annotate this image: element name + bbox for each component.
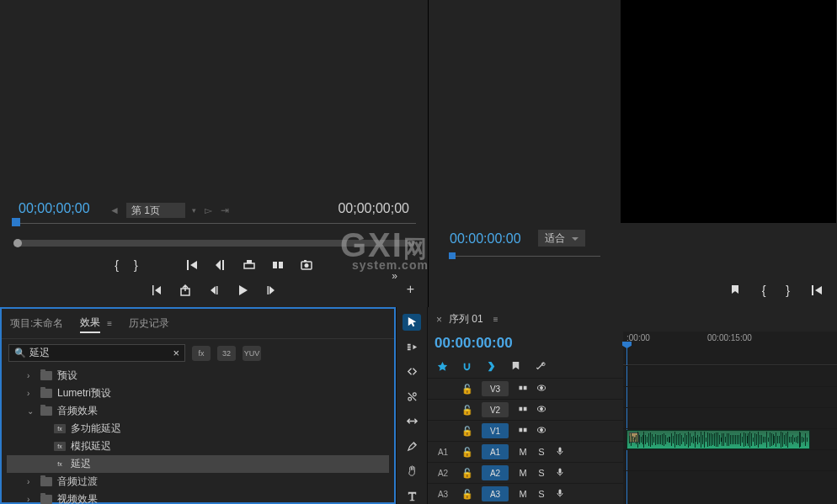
frame-forward-button[interactable] bbox=[264, 284, 278, 297]
track-lane[interactable] bbox=[623, 386, 837, 407]
track-source-patch[interactable]: A1 bbox=[428, 448, 458, 457]
tab-effects[interactable]: 效果 bbox=[80, 314, 100, 333]
close-sequence-button[interactable]: × bbox=[436, 314, 442, 326]
timeline-settings-button[interactable] bbox=[534, 360, 546, 373]
tree-item[interactable]: ›音频过渡 bbox=[7, 473, 389, 491]
tree-item[interactable]: ›视频效果 bbox=[7, 491, 389, 504]
voice-over-button[interactable] bbox=[551, 467, 569, 479]
track-target[interactable]: V2 bbox=[482, 402, 509, 417]
source-zoom-bar[interactable] bbox=[13, 240, 414, 247]
mark-out-program-button[interactable]: } bbox=[786, 284, 790, 297]
track-target[interactable]: A1 bbox=[482, 444, 509, 459]
track-select-tool[interactable] bbox=[403, 339, 421, 356]
voice-over-button[interactable] bbox=[551, 446, 569, 458]
program-timecode[interactable]: 00:00:00:00 bbox=[450, 231, 521, 247]
tree-toggle-icon[interactable]: › bbox=[27, 495, 35, 504]
track-lane[interactable] bbox=[623, 449, 837, 470]
tree-toggle-icon[interactable]: › bbox=[27, 477, 35, 486]
razor-tool[interactable] bbox=[403, 389, 421, 406]
add-button[interactable]: + bbox=[407, 282, 414, 297]
marker-button[interactable] bbox=[728, 284, 742, 297]
solo-button[interactable]: S bbox=[532, 489, 551, 499]
lock-icon[interactable]: 🔓 bbox=[458, 405, 477, 416]
lock-icon[interactable]: 🔓 bbox=[458, 468, 477, 479]
go-to-in-program-button[interactable] bbox=[810, 284, 824, 297]
type-tool[interactable] bbox=[403, 488, 421, 505]
track-lane[interactable] bbox=[623, 407, 837, 428]
step-back-button[interactable] bbox=[214, 258, 227, 272]
page-input[interactable] bbox=[126, 203, 185, 218]
tree-item[interactable]: fx多功能延迟 bbox=[7, 420, 389, 438]
source-timecode-out[interactable]: 00;00;00;00 bbox=[338, 201, 409, 216]
timeline-menu-icon[interactable]: ≡ bbox=[493, 315, 498, 324]
track-lane[interactable]: fx bbox=[623, 428, 837, 449]
nest-toggle[interactable] bbox=[436, 360, 449, 373]
expand-transport-button[interactable]: » bbox=[392, 270, 397, 282]
time-ruler[interactable]: :00:00 00:00:15:00 bbox=[623, 332, 837, 365]
toggle-output-button[interactable] bbox=[532, 425, 551, 437]
lock-icon[interactable]: 🔓 bbox=[458, 489, 477, 500]
clear-search-button[interactable]: × bbox=[173, 347, 179, 359]
play-button[interactable] bbox=[236, 284, 249, 297]
track-target[interactable]: V1 bbox=[482, 423, 509, 438]
mute-button[interactable]: M bbox=[514, 447, 532, 457]
lock-icon[interactable]: 🔓 bbox=[458, 384, 477, 395]
effects-search-box[interactable]: 🔍 × bbox=[8, 344, 185, 362]
tree-toggle-icon[interactable]: › bbox=[27, 371, 35, 380]
track-target[interactable]: A3 bbox=[482, 486, 509, 501]
hand-tool[interactable] bbox=[403, 463, 421, 480]
add-marker-button[interactable] bbox=[509, 360, 522, 373]
filter-yuv-badge[interactable]: YUV bbox=[243, 346, 261, 361]
zoom-handle[interactable] bbox=[13, 239, 22, 247]
track-target[interactable]: A2 bbox=[482, 465, 509, 480]
source-timecode-in[interactable]: 00;00;00;00 bbox=[19, 201, 90, 216]
tree-item[interactable]: ›Lumetri预设 bbox=[7, 385, 389, 402]
zoom-select[interactable]: 适合 bbox=[538, 230, 585, 247]
toggle-output-button[interactable] bbox=[532, 404, 551, 416]
tree-item[interactable]: ⌄音频效果 bbox=[7, 402, 389, 420]
track-source-patch[interactable]: A3 bbox=[428, 490, 458, 499]
export-frame-button[interactable] bbox=[300, 258, 313, 272]
prev-page-arrow[interactable]: ◄ bbox=[108, 204, 121, 216]
filter-32-badge[interactable]: 32 bbox=[217, 346, 236, 361]
sync-lock-button[interactable] bbox=[514, 383, 532, 395]
filter-fx-badge[interactable]: fx bbox=[192, 346, 211, 361]
mark-in-program-button[interactable]: { bbox=[762, 284, 766, 297]
sync-lock-button[interactable] bbox=[514, 404, 532, 416]
effects-tab-menu-icon[interactable]: ≡ bbox=[107, 319, 112, 328]
page-end-arrow[interactable]: ⇥ bbox=[219, 204, 231, 216]
lock-icon[interactable]: 🔓 bbox=[458, 447, 477, 458]
ripple-edit-tool[interactable] bbox=[403, 363, 421, 380]
linked-selection-toggle[interactable] bbox=[485, 360, 498, 373]
tree-toggle-icon[interactable]: ⌄ bbox=[27, 406, 35, 416]
snap-toggle[interactable] bbox=[461, 360, 473, 373]
tab-history[interactable]: 历史记录 bbox=[129, 315, 169, 332]
next-page-arrow[interactable]: ▻ bbox=[203, 204, 214, 216]
track-source-patch[interactable]: A2 bbox=[428, 469, 458, 478]
track-lane[interactable] bbox=[623, 365, 837, 386]
lock-icon[interactable]: 🔓 bbox=[458, 426, 477, 437]
timeline-timecode[interactable]: 00:00:00:00 bbox=[428, 332, 623, 358]
mark-in-button[interactable]: { bbox=[115, 258, 119, 272]
pen-tool[interactable] bbox=[403, 438, 421, 455]
overwrite-button[interactable] bbox=[271, 258, 285, 272]
tab-project[interactable]: 项目:未命名 bbox=[10, 315, 63, 332]
go-to-in-button[interactable] bbox=[185, 258, 199, 272]
page-dropdown-icon[interactable]: ▾ bbox=[190, 206, 198, 215]
audio-clip[interactable]: fx bbox=[626, 430, 810, 449]
sync-lock-button[interactable] bbox=[514, 425, 532, 437]
sequence-name[interactable]: 序列 01 bbox=[449, 312, 483, 326]
tree-item[interactable]: fx延迟 bbox=[7, 455, 389, 473]
mute-button[interactable]: M bbox=[514, 489, 532, 499]
effects-search-input[interactable] bbox=[29, 347, 169, 359]
mark-out-button[interactable]: } bbox=[134, 258, 138, 272]
go-to-prev-marker-button[interactable] bbox=[150, 284, 163, 297]
track-content-area[interactable]: :00:00 00:00:15:00 fx bbox=[623, 332, 837, 504]
selection-tool[interactable] bbox=[403, 314, 421, 331]
tree-item[interactable]: fx模拟延迟 bbox=[7, 438, 389, 455]
track-target[interactable]: V3 bbox=[482, 381, 509, 396]
voice-over-button[interactable] bbox=[551, 488, 569, 500]
slip-tool[interactable] bbox=[403, 413, 421, 430]
solo-button[interactable]: S bbox=[532, 468, 551, 478]
tree-toggle-icon[interactable]: › bbox=[27, 389, 35, 398]
